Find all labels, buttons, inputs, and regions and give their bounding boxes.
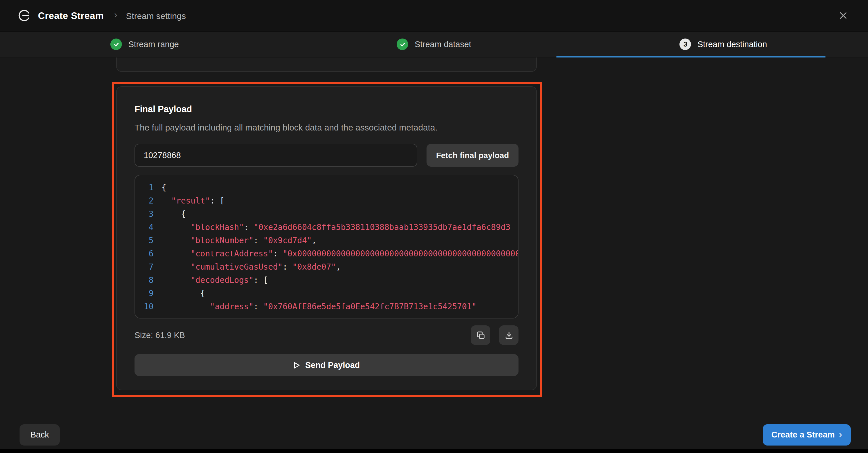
line-number: 7 (135, 261, 153, 274)
download-button[interactable] (499, 325, 519, 345)
code-line: 6 "contractAddress": "0x0000000000000000… (135, 247, 518, 261)
code-line: 4 "blockHash": "0xe2a6d6604c8ffa5b338110… (135, 221, 518, 234)
header: Create Stream › Stream settings (0, 0, 868, 32)
step-stream-dataset[interactable]: Stream dataset (289, 32, 579, 57)
payload-actions (471, 325, 519, 345)
code-text: "result": [ (161, 194, 224, 208)
line-number: 6 (135, 247, 153, 261)
create-stream-window: Create Stream › Stream settings Stream r… (0, 0, 868, 453)
stepper: Stream range Stream dataset 3 Stream des… (0, 32, 868, 58)
create-stream-label: Create a Stream (771, 430, 835, 439)
code-line: 3 { (135, 208, 518, 221)
code-text: "contractAddress": "0x000000000000000000… (161, 247, 518, 261)
final-payload-card: Final Payload The full payload including… (116, 86, 537, 390)
code-line: 2 "result": [ (135, 194, 518, 208)
line-number: 4 (135, 221, 153, 234)
step-stream-destination[interactable]: 3 Stream destination (579, 32, 868, 57)
code-line: 9 { (135, 287, 518, 300)
step-label: Stream dataset (415, 40, 471, 49)
code-text: "blockHash": "0xe2a6d6604c8ffa5b33811038… (161, 221, 510, 234)
check-icon (111, 38, 122, 50)
payload-size: Size: 61.9 KB (134, 331, 185, 340)
fetch-row: Fetch final payload (134, 144, 519, 167)
code-text: { (161, 208, 186, 221)
previous-card-fragment (116, 58, 537, 72)
content: Final Payload The full payload including… (0, 58, 868, 420)
code-line: 7 "cumulativeGasUsed": "0x8de07", (135, 261, 518, 274)
line-number: 1 (135, 181, 153, 194)
line-number: 3 (135, 208, 153, 221)
step-stream-range[interactable]: Stream range (0, 32, 289, 57)
line-number: 5 (135, 234, 153, 247)
code-line: 5 "blockNumber": "0x9cd7d4", (135, 234, 518, 247)
breadcrumb-chevron-icon: › (114, 9, 117, 21)
create-stream-button[interactable]: Create a Stream › (763, 424, 851, 445)
fetch-final-payload-button[interactable]: Fetch final payload (427, 144, 519, 167)
code-text: { (161, 181, 166, 194)
chevron-right-icon: › (839, 429, 842, 439)
app-logo-icon (17, 9, 31, 23)
send-payload-label: Send Payload (305, 360, 360, 370)
block-number-input[interactable] (134, 144, 417, 167)
section-title: Final Payload (134, 104, 519, 114)
code-line: 10 "address": "0x760AfE86e5de5fa0Ee542fc… (135, 300, 518, 313)
copy-button[interactable] (471, 325, 490, 345)
code-line: 1{ (135, 181, 518, 194)
page-title: Create Stream (38, 10, 104, 21)
send-payload-button[interactable]: Send Payload (134, 354, 519, 376)
code-content: 1{2 "result": [3 {4 "blockHash": "0xe2a6… (135, 181, 518, 313)
bottom-strip (0, 449, 868, 453)
code-text: "cumulativeGasUsed": "0x8de07", (161, 261, 341, 274)
size-row: Size: 61.9 KB (134, 325, 519, 345)
play-icon (293, 361, 300, 369)
code-line: 8 "decodedLogs": [ (135, 274, 518, 287)
copy-icon (476, 331, 485, 339)
footer: Back Create a Stream › (0, 420, 868, 449)
step-number-badge: 3 (680, 38, 691, 50)
header-left: Create Stream › Stream settings (17, 9, 186, 23)
download-icon (504, 331, 513, 339)
code-text: "blockNumber": "0x9cd7d4", (161, 234, 317, 247)
step-label: Stream range (128, 40, 179, 49)
code-text: { (161, 287, 205, 300)
check-icon (397, 38, 408, 50)
breadcrumb: Stream settings (126, 11, 186, 21)
step-label: Stream destination (698, 40, 767, 49)
payload-code-block[interactable]: 1{2 "result": [3 {4 "blockHash": "0xe2a6… (134, 175, 519, 319)
code-text: "address": "0x760AfE86e5de5fa0Ee542fc7B7… (161, 300, 476, 313)
line-number: 10 (135, 300, 153, 313)
close-icon (839, 11, 847, 20)
line-number: 2 (135, 194, 153, 208)
close-button[interactable] (837, 9, 849, 22)
code-text: "decodedLogs": [ (161, 274, 268, 287)
line-number: 9 (135, 287, 153, 300)
section-description: The full payload including all matching … (134, 122, 519, 132)
back-button[interactable]: Back (20, 424, 60, 445)
line-number: 8 (135, 274, 153, 287)
